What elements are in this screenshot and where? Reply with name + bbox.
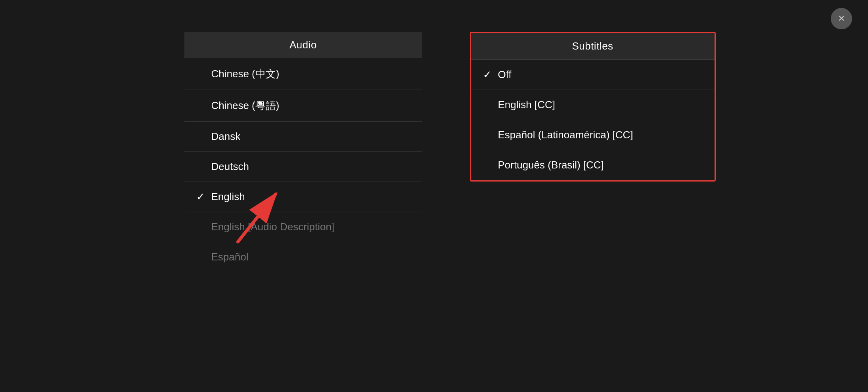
audio-item-chinese-mandarin[interactable]: Chinese (中文) bbox=[184, 58, 422, 90]
subtitles-panel-title: Subtitles bbox=[572, 40, 613, 52]
subtitles-item-label: Español (Latinoamérica) [CC] bbox=[498, 129, 633, 141]
audio-item-english[interactable]: ✓ English bbox=[184, 182, 422, 212]
selected-checkmark-icon: ✓ bbox=[196, 191, 206, 203]
close-icon: ✕ bbox=[838, 13, 845, 24]
subtitles-panel: Subtitles ✓ Off English [CC] Español (La… bbox=[470, 32, 716, 182]
subtitles-item-label: English [CC] bbox=[498, 99, 556, 111]
audio-item-dansk[interactable]: Dansk bbox=[184, 122, 422, 152]
subtitles-item-portugues[interactable]: Português (Brasil) [CC] bbox=[471, 150, 715, 180]
audio-item-label: Dansk bbox=[211, 130, 241, 143]
subtitles-item-espanol-latam[interactable]: Español (Latinoamérica) [CC] bbox=[471, 120, 715, 150]
audio-item-label: English [Audio Description] bbox=[211, 221, 335, 233]
subtitles-item-label: Off bbox=[498, 69, 512, 81]
audio-item-deutsch[interactable]: Deutsch bbox=[184, 152, 422, 182]
close-button[interactable]: ✕ bbox=[831, 8, 852, 29]
selected-checkmark-icon: ✓ bbox=[483, 69, 492, 81]
subtitles-panel-header: Subtitles bbox=[471, 33, 715, 60]
audio-item-english-ad[interactable]: English [Audio Description] bbox=[184, 212, 422, 242]
audio-item-label: Deutsch bbox=[211, 161, 249, 173]
audio-item-label: Chinese (中文) bbox=[211, 67, 280, 81]
audio-item-espanol[interactable]: Español bbox=[184, 242, 422, 272]
audio-panel-title: Audio bbox=[289, 39, 317, 51]
audio-panel-header: Audio bbox=[184, 32, 422, 58]
subtitles-item-off[interactable]: ✓ Off bbox=[471, 60, 715, 90]
audio-item-label: Español bbox=[211, 251, 249, 263]
audio-item-chinese-cantonese[interactable]: Chinese (粵語) bbox=[184, 90, 422, 122]
subtitles-item-english-cc[interactable]: English [CC] bbox=[471, 90, 715, 120]
audio-item-label: Chinese (粵語) bbox=[211, 99, 280, 113]
main-container: Audio Chinese (中文) Chinese (粵語) Dansk De… bbox=[0, 0, 868, 272]
subtitles-item-label: Português (Brasil) [CC] bbox=[498, 159, 604, 171]
audio-panel: Audio Chinese (中文) Chinese (粵語) Dansk De… bbox=[184, 32, 422, 272]
audio-item-label: English bbox=[211, 191, 245, 203]
